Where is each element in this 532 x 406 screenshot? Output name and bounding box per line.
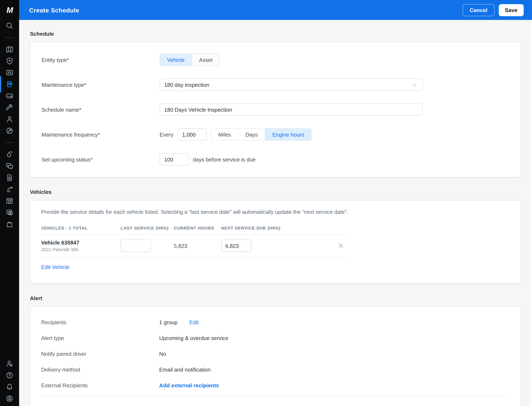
vehicles-card: Provide the service details for each veh… [30,200,521,283]
reports-trend-icon[interactable] [5,185,14,193]
current-hours-value: 5,823 [174,243,221,249]
entity-type-toggle: Vehicle Asset [160,54,220,66]
dispatch-compass-icon[interactable] [5,127,14,135]
vehicles-description: Provide the service details for each veh… [41,209,510,216]
frequency-value-input[interactable] [178,128,207,141]
search-icon[interactable] [5,22,14,30]
driver-icon[interactable] [5,115,14,123]
last-service-input[interactable] [120,239,151,252]
schedule-name-input[interactable] [160,103,423,116]
page-header: Create Schedule Cancel Save [19,0,532,20]
upcoming-status-input[interactable] [160,153,189,166]
maintenance-type-row: Maintenance type* 180 day inspection [42,79,510,91]
notifications-bell-icon[interactable] [5,383,14,391]
column-next-service-due: NEXT SERVICE DUE (HRS) [221,225,337,230]
maintenance-frequency-row: Maintenance frequency* Every Miles Days … [42,128,510,141]
active-nav-indicator [0,76,1,93]
schedule-card: Entity type* Vehicle Asset Maintenance t… [30,42,521,177]
entity-type-label: Entity type* [42,57,160,63]
scrollbar[interactable] [530,20,532,406]
vehicles-table: VEHICLES · 1 TOTAL LAST SERVICE (HRS) CU… [41,225,347,257]
external-recipients-label: External Recipients [41,382,159,389]
maintenance-type-value: 180 day inspection [164,82,209,88]
upcoming-status-row: Set upcoming status* days before service… [42,153,510,166]
map-icon[interactable] [5,45,14,54]
recipients-row: Recipients 1 group · Edit [41,319,510,325]
admin-user-gear-icon[interactable] [5,360,14,368]
header-actions: Cancel Save [463,4,524,16]
wrench-icon[interactable] [5,103,14,112]
tow-icon[interactable] [5,150,14,159]
upcoming-status-suffix: days before service is due [193,156,256,163]
page-content: Schedule Entity type* Vehicle Asset Main… [19,20,532,406]
vehicle-name: Vehicle 635847 [41,239,120,246]
sidebar-divider [5,37,14,38]
alert-type-row: Alert type Upcoming & overdue service [41,335,510,341]
page-title: Create Schedule [29,7,79,14]
chevron-down-icon [412,82,417,87]
notify-paired-driver-label: Notify paired driver [41,351,159,357]
column-current-hours: CURRENT HOURS [174,225,221,230]
delivery-method-label: Delivery method [41,367,159,373]
vehicles-section-heading: Vehicles [30,189,521,195]
alert-type-value: Upcoming & overdue service [159,335,510,341]
entity-type-option-asset[interactable]: Asset [192,54,220,65]
save-button[interactable]: Save [499,4,524,16]
column-vehicles: VEHICLES · 1 TOTAL [41,225,120,230]
column-last-service: LAST SERVICE (HRS) [120,225,174,230]
frequency-unit-toggle: Miles Days Engine hours [211,128,312,141]
routes-icon[interactable] [5,68,14,77]
account-icon[interactable] [5,394,14,403]
messages-icon[interactable] [5,162,14,170]
safety-shield-icon[interactable] [5,57,14,65]
delivery-method-row: Delivery method Email and notification [41,367,510,372]
schedule-section-heading: Schedule [30,31,521,37]
edit-vehicle-link[interactable]: Edit Vehicle [41,264,69,270]
alert-card-divider [41,396,510,397]
help-icon[interactable] [5,371,14,379]
maintenance-icon[interactable] [5,80,14,88]
vehicles-table-header: VEHICLES · 1 TOTAL LAST SERVICE (HRS) CU… [41,225,347,235]
recipients-label: Recipients [41,319,159,326]
alert-card-actions: Edit alert · Delete [41,405,510,406]
fuel-card-icon[interactable] [5,92,14,100]
upcoming-status-label: Set upcoming status* [42,156,160,163]
alert-card: Recipients 1 group · Edit Alert type Upc… [30,306,521,406]
delivery-method-value: Email and notification [159,367,510,373]
frequency-unit-engine-hours[interactable]: Engine hours [265,129,311,140]
marketplace-bag-icon[interactable] [5,220,14,228]
notify-paired-driver-value: No [159,351,510,357]
motive-logo: M [7,5,13,16]
create-schedule-page: M [0,0,532,406]
maintenance-type-label: Maintenance type* [42,82,160,88]
dot-separator: · [182,319,184,326]
add-external-recipients-link[interactable]: Add external recipients [159,382,219,389]
remove-vehicle-icon[interactable] [337,242,345,250]
entity-type-option-vehicle[interactable]: Vehicle [160,54,192,65]
main-area: Create Schedule Cancel Save Schedule Ent… [19,0,532,406]
documents-icon[interactable] [5,174,14,182]
external-recipients-row: External Recipients Add external recipie… [41,382,510,388]
edit-recipients-link[interactable]: Edit [189,319,199,326]
entity-type-row: Entity type* Vehicle Asset [42,54,510,66]
delete-alert-link[interactable]: Delete [74,405,90,406]
schedule-name-row: Schedule name* [42,103,510,116]
next-service-due-input[interactable] [221,239,251,252]
frequency-every-label: Every [160,131,173,138]
recipients-value: 1 group [159,319,178,326]
devices-lock-icon[interactable] [5,208,14,217]
frequency-unit-miles[interactable]: Miles [211,129,238,140]
schedule-name-label: Schedule name* [42,107,160,113]
alert-type-label: Alert type [41,335,159,341]
news-table-icon[interactable] [5,197,14,205]
cancel-button[interactable]: Cancel [463,4,495,16]
dot-separator: · [67,405,69,406]
maintenance-type-select[interactable]: 180 day inspection [160,79,423,91]
frequency-unit-days[interactable]: Days [238,129,265,140]
notify-paired-driver-row: Notify paired driver No [41,351,510,357]
edit-alert-link[interactable]: Edit alert [41,405,63,406]
alert-section-heading: Alert [30,295,521,301]
vehicle-subtitle: 2021 Peterbilt 389 [41,247,120,252]
sidebar-divider [5,142,14,143]
maintenance-frequency-label: Maintenance frequency* [42,131,160,138]
